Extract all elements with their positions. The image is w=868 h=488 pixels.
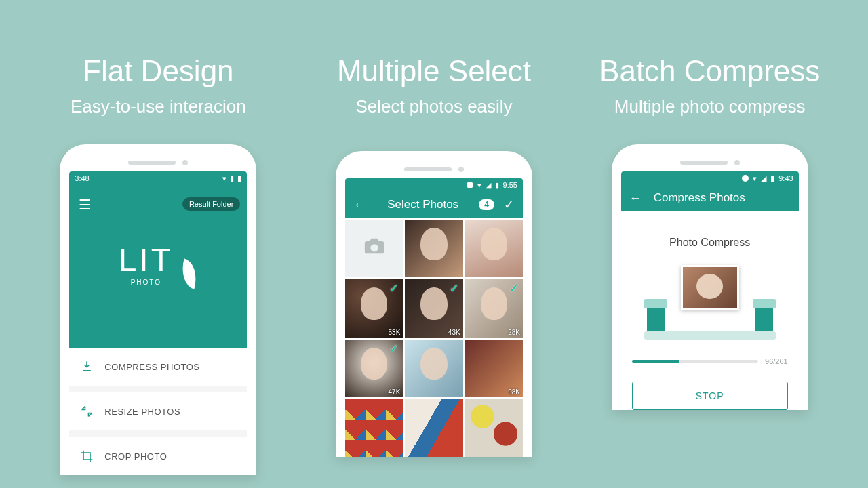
signal-icon: ◢: [486, 182, 491, 189]
wifi-icon: ▾: [753, 175, 757, 182]
back-icon[interactable]: ←: [628, 190, 643, 205]
heading-3: Batch Compress Multiple photo compress: [599, 54, 820, 117]
menu-label: CROP PHOTO: [104, 451, 167, 462]
screen-3: ▾ ◢ ▮ 9:43 ← Compress Photos Photo Compr…: [621, 171, 799, 410]
hamburger-icon[interactable]: ☰: [77, 197, 92, 212]
photo-thumb[interactable]: [465, 399, 523, 457]
signal-icon: ◢: [761, 175, 766, 182]
thumb-size: 53K: [389, 329, 401, 336]
appbar-title: Select Photos: [374, 198, 472, 211]
dnd-icon: [742, 175, 749, 182]
progress-bar: [632, 360, 758, 363]
photo-thumb[interactable]: [465, 220, 523, 277]
selected-check-icon: ✓: [509, 282, 520, 293]
heading-2: Multiple Select Select photos easily: [337, 54, 531, 117]
col-flat-design: Flat Design Easy-to-use interacion 3:48 …: [20, 0, 296, 488]
phone-3-speaker: [621, 154, 799, 171]
col-multiple-select: Multiple Select Select photos easily ▾ ◢…: [296, 0, 572, 488]
sample-photo: [681, 265, 739, 310]
statusbar-1: 3:48 ▾ ▮ ▮: [69, 171, 247, 185]
phone-1-speaker: [69, 154, 247, 171]
appbar-title: Compress Photos: [650, 191, 792, 205]
phone-1: 3:48 ▾ ▮ ▮ ☰ Result Folder LIT PHOTO: [60, 144, 256, 475]
statusbar-3: ▾ ◢ ▮ 9:43: [621, 171, 799, 185]
screen-1: 3:48 ▾ ▮ ▮ ☰ Result Folder LIT PHOTO: [69, 171, 247, 475]
confirm-check-icon[interactable]: ✓: [501, 197, 516, 212]
photo-thumb[interactable]: [345, 399, 403, 457]
photo-thumb[interactable]: 28K✓: [465, 279, 523, 337]
heading-2-title: Multiple Select: [337, 54, 531, 88]
phone-3: ▾ ◢ ▮ 9:43 ← Compress Photos Photo Compr…: [612, 144, 808, 410]
compress-body: Photo Compress 96/261: [621, 211, 799, 410]
section-title: Photo Compress: [632, 237, 788, 249]
menu-label: COMPRESS PHOTOS: [104, 362, 199, 372]
status-time: 9:55: [503, 181, 517, 189]
camera-tile[interactable]: [345, 220, 403, 277]
photo-thumb[interactable]: 53K✓: [345, 279, 403, 337]
dnd-icon: [467, 182, 473, 188]
photo-thumb[interactable]: 43K✓: [405, 279, 462, 337]
battery-icon: ▮: [495, 182, 499, 189]
screen-2: ▾ ◢ ▮ 9:55 ← Select Photos 4 ✓ 53K✓43K✓2…: [345, 178, 523, 457]
status-time: 9:43: [778, 174, 793, 182]
clamp-right-icon: [755, 303, 773, 336]
logo-sub: PHOTO: [119, 279, 174, 286]
photo-thumb[interactable]: [405, 399, 462, 457]
progress-text: 96/261: [765, 357, 788, 365]
back-icon[interactable]: ←: [352, 197, 367, 212]
crop-icon: [80, 449, 94, 463]
heading-1: Flat Design Easy-to-use interacion: [71, 54, 246, 117]
heading-2-subtitle: Select photos easily: [337, 96, 531, 117]
appbar-compress: ← Compress Photos: [621, 185, 799, 211]
photo-grid: 53K✓43K✓28K✓47K✓98K: [345, 218, 523, 457]
photo-thumb[interactable]: 47K✓: [345, 340, 403, 397]
camera-icon: [363, 235, 386, 262]
clamp-left-icon: [647, 303, 665, 336]
phone-2-speaker: [345, 161, 523, 178]
heading-3-title: Batch Compress: [599, 54, 820, 88]
thumb-size: 47K: [389, 388, 401, 396]
result-folder-pill[interactable]: Result Folder: [182, 197, 240, 211]
battery-icon: ▮: [237, 175, 241, 182]
signal-icon: ▮: [230, 175, 234, 182]
menu-item-resize[interactable]: RESIZE PHOTOS: [69, 392, 247, 437]
battery-icon: ▮: [770, 175, 774, 182]
download-icon: [80, 360, 94, 373]
thumb-size: 28K: [508, 329, 520, 336]
stop-button[interactable]: STOP: [632, 382, 788, 410]
menu-item-compress[interactable]: COMPRESS PHOTOS: [69, 348, 247, 392]
appbar-select: ← Select Photos 4 ✓: [345, 192, 523, 218]
statusbar-2: ▾ ◢ ▮ 9:55: [345, 178, 523, 192]
progress-row: 96/261: [632, 357, 788, 365]
col-batch-compress: Batch Compress Multiple photo compress ▾…: [572, 0, 848, 488]
photo-thumb[interactable]: [405, 220, 462, 277]
selected-check-icon: ✓: [389, 342, 400, 353]
selected-check-icon: ✓: [389, 282, 400, 293]
thumb-size: 43K: [448, 329, 460, 336]
wifi-icon: ▾: [222, 175, 226, 182]
app-logo: LIT PHOTO: [119, 241, 198, 291]
compress-illustration: [632, 265, 788, 340]
wifi-icon: ▾: [477, 182, 481, 189]
main-menu-list: COMPRESS PHOTOS RESIZE PHOTOS CROP PHOTO: [69, 348, 247, 475]
heading-1-title: Flat Design: [71, 54, 246, 88]
selected-count-badge: 4: [479, 199, 494, 210]
collapse-icon: [80, 405, 94, 418]
selected-check-icon: ✓: [450, 282, 460, 293]
phone-2: ▾ ◢ ▮ 9:55 ← Select Photos 4 ✓ 53K✓43K✓2…: [336, 151, 532, 457]
thumb-size: 98K: [508, 388, 520, 396]
status-time: 3:48: [75, 174, 89, 182]
menu-item-crop[interactable]: CROP PHOTO: [69, 437, 247, 475]
heading-1-subtitle: Easy-to-use interacion: [71, 96, 246, 117]
hero-panel: ☰ Result Folder LIT PHOTO: [69, 185, 247, 348]
logo-main: LIT: [119, 241, 174, 279]
heading-3-subtitle: Multiple photo compress: [599, 96, 820, 117]
menu-label: RESIZE PHOTOS: [104, 407, 180, 417]
photo-thumb[interactable]: [405, 340, 462, 397]
photo-thumb[interactable]: 98K: [465, 340, 523, 397]
leaf-icon: [177, 258, 201, 289]
